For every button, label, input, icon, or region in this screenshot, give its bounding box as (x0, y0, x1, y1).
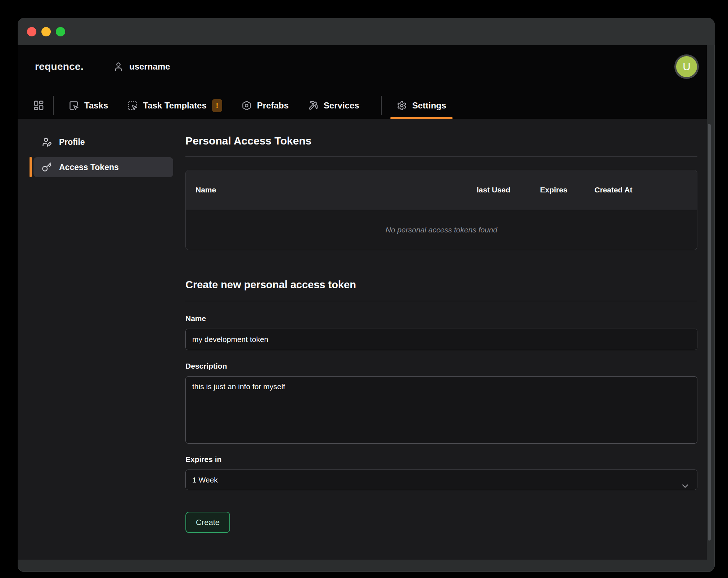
user-icon (113, 62, 123, 72)
expires-select[interactable]: 1 Week (185, 470, 697, 490)
nav-tab-label: Prefabs (257, 101, 289, 111)
sidebar-item-label: Profile (59, 137, 85, 147)
settings-content: Profile Access Tokens Personal Access To… (18, 119, 707, 560)
nav-divider (381, 96, 382, 115)
user-pen-icon (42, 137, 52, 147)
expires-field-label: Expires in (185, 455, 697, 464)
top-bar: requence. username U (18, 45, 707, 119)
sidebar-item-access-tokens[interactable]: Access Tokens (33, 157, 173, 177)
app-viewport: requence. username U (18, 45, 707, 560)
access-tokens-panel: Personal Access Tokens Name last Used Ex… (185, 119, 697, 560)
divider (185, 301, 697, 301)
traffic-lights (27, 27, 65, 36)
nav-tab-services[interactable]: Services (302, 92, 366, 119)
expires-select-wrap: 1 Week (185, 470, 697, 490)
nav-tab-label: Task Templates (143, 101, 207, 111)
nav-tab-label: Services (324, 101, 359, 111)
close-window-button[interactable] (27, 27, 36, 36)
square-dashed-cursor-icon (127, 101, 138, 111)
hexagon-node-icon (242, 101, 252, 111)
avatar-initial: U (683, 61, 691, 73)
divider (185, 156, 697, 157)
description-field-label: Description (185, 362, 697, 370)
avatar[interactable]: U (674, 54, 699, 79)
vertical-scrollbar[interactable] (708, 124, 711, 541)
app-window: requence. username U (18, 18, 715, 572)
dashboard-grid-button[interactable] (33, 100, 44, 111)
nav-divider (53, 96, 54, 115)
token-name-input[interactable] (185, 329, 697, 350)
tokens-table: Name last Used Expires Created At No per… (185, 170, 697, 250)
settings-sidebar: Profile Access Tokens (18, 119, 185, 560)
page-title: Personal Access Tokens (185, 135, 697, 147)
column-header-last-used: last Used (477, 186, 523, 194)
nav-tab-settings[interactable]: Settings (390, 92, 453, 119)
sidebar-item-profile[interactable]: Profile (33, 132, 173, 152)
pickaxe-icon (308, 101, 318, 111)
key-icon (42, 162, 52, 172)
column-header-created-at: Created At (594, 186, 648, 194)
nav-tab-label: Tasks (84, 101, 108, 111)
brand-row: requence. username U (18, 45, 707, 92)
tokens-table-empty-row: No personal access tokens found (186, 210, 697, 250)
nav-tab-prefabs[interactable]: Prefabs (235, 92, 295, 119)
app-logo: requence. (35, 61, 84, 72)
nav-tab-label: Settings (412, 101, 446, 111)
sidebar-item-label: Access Tokens (59, 163, 119, 172)
square-cursor-icon (69, 101, 79, 111)
window-titlebar (18, 18, 715, 45)
tokens-table-header: Name last Used Expires Created At (186, 170, 697, 210)
alert-badge: ! (212, 99, 222, 112)
create-button[interactable]: Create (185, 512, 230, 533)
minimize-window-button[interactable] (41, 27, 51, 36)
main-nav: Tasks Task Templates ! Prefabs (18, 92, 707, 119)
active-item-indicator (30, 157, 32, 177)
nav-tab-task-templates[interactable]: Task Templates ! (121, 92, 229, 119)
token-description-textarea[interactable]: this is just an info for myself (185, 376, 697, 444)
user-menu[interactable]: username (113, 62, 170, 72)
gear-icon (397, 101, 407, 111)
column-header-name: Name (196, 186, 477, 194)
empty-state-message: No personal access tokens found (386, 226, 498, 234)
zoom-window-button[interactable] (56, 27, 65, 36)
column-header-expires: Expires (540, 186, 578, 194)
name-field-label: Name (185, 314, 697, 323)
username-label: username (129, 62, 170, 72)
create-token-title: Create new personal access token (185, 279, 697, 291)
nav-tab-tasks[interactable]: Tasks (62, 92, 114, 119)
